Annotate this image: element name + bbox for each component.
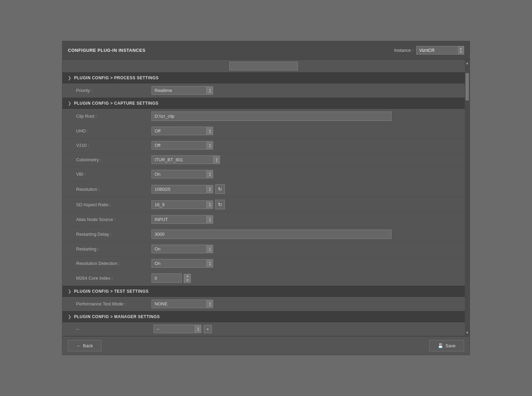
vbi-dropdown-wrapper[interactable]: On ▲ ▼ bbox=[152, 170, 213, 178]
v210-select[interactable]: Off bbox=[152, 141, 213, 150]
field-row-sd-aspect-ratio: SD Aspect Ratio : 16_9 ▲ ▼ ↻ bbox=[62, 197, 465, 212]
field-label-priority: Priority : bbox=[76, 88, 152, 93]
clip-root-input[interactable] bbox=[152, 112, 391, 121]
field-control-uhd: Off ▲ ▼ bbox=[152, 127, 459, 135]
back-button[interactable]: ← Back bbox=[68, 340, 101, 351]
field-label-performance-test-mode: Performance Test Mode : bbox=[76, 301, 152, 306]
field-row-vbi: VBI : On ▲ ▼ bbox=[62, 167, 465, 182]
instance-row: Instance : VizrtCR ▲ ▼ bbox=[394, 46, 464, 55]
scrollbar[interactable]: ▲ ▼ bbox=[465, 60, 470, 336]
field-row-restarting-delay: Restarting Delay : bbox=[62, 227, 465, 242]
instance-select-arrows[interactable]: ▲ ▼ bbox=[458, 46, 464, 55]
field-row-colorimetry: Colorimetry : ITUR_BT_601 ▲ ▼ bbox=[62, 153, 465, 167]
resolution-refresh-button[interactable]: ↻ bbox=[215, 184, 225, 194]
sd-aspect-refresh-button[interactable]: ↻ bbox=[215, 200, 225, 209]
field-control-sd-aspect-ratio: 16_9 ▲ ▼ ↻ bbox=[152, 200, 459, 209]
resolution-detection-dropdown-wrapper[interactable]: On ▲ ▼ bbox=[152, 259, 213, 268]
manager-settings-chevron: ❯ bbox=[68, 314, 71, 319]
field-control-restarting: On ▲ ▼ bbox=[152, 245, 459, 253]
priority-select[interactable]: Realtime bbox=[152, 86, 213, 95]
bottom-stub-row: -- -- ▲ ▼ ▲ bbox=[62, 322, 465, 336]
field-label-clip-root: Clip Root : bbox=[76, 114, 152, 119]
colorimetry-select[interactable]: ITUR_BT_601 bbox=[152, 155, 220, 164]
panel-title: CONFIGURE PLUG-IN INSTANCES bbox=[68, 48, 145, 53]
field-control-m264-core-index: ▲ ▼ bbox=[152, 273, 459, 283]
resolution-dropdown-wrapper[interactable]: 1080i25 ▲ ▼ bbox=[152, 185, 213, 194]
instance-arrow-up: ▲ bbox=[458, 47, 464, 50]
field-label-restarting: Restarting : bbox=[76, 246, 152, 252]
field-control-alias-node-source: INPUT ▲ ▼ bbox=[152, 215, 459, 224]
section-manager-settings[interactable]: ❯ PLUGIN CONFIG > MANAGER SETTINGS bbox=[62, 311, 465, 322]
field-control-vbi: On ▲ ▼ bbox=[152, 170, 459, 178]
performance-test-select[interactable]: NONE bbox=[152, 300, 213, 308]
section-capture-settings[interactable]: ❯ PLUGIN CONFIG > CAPTURE SETTINGS bbox=[62, 98, 465, 109]
content-area: ❯ PLUGIN CONFIG > PROCESS SETTINGS Prior… bbox=[62, 60, 470, 336]
back-icon: ← bbox=[76, 343, 81, 348]
sd-aspect-dropdown-wrapper[interactable]: 16_9 ▲ ▼ bbox=[152, 200, 213, 209]
field-control-clip-root bbox=[152, 112, 459, 121]
bottom-stub-select[interactable]: -- bbox=[154, 325, 202, 333]
manager-settings-title: PLUGIN CONFIG > MANAGER SETTINGS bbox=[74, 314, 160, 319]
scroll-arrow-up[interactable]: ▲ bbox=[464, 60, 470, 66]
panel-header: CONFIGURE PLUG-IN INSTANCES Instance : V… bbox=[62, 41, 470, 60]
priority-dropdown-wrapper[interactable]: Realtime ▲ ▼ bbox=[152, 86, 213, 95]
sd-aspect-select[interactable]: 16_9 bbox=[152, 200, 213, 209]
restarting-select[interactable]: On bbox=[152, 245, 213, 253]
sd-aspect-refresh-icon: ↻ bbox=[218, 202, 222, 207]
field-label-sd-aspect-ratio: SD Aspect Ratio : bbox=[76, 202, 152, 207]
save-label: Save bbox=[445, 343, 456, 348]
instance-select-wrapper[interactable]: VizrtCR ▲ ▼ bbox=[416, 46, 464, 55]
field-label-m264-core-index: M264 Core Index : bbox=[76, 276, 152, 281]
vbi-select[interactable]: On bbox=[152, 170, 213, 178]
alias-node-dropdown-wrapper[interactable]: INPUT ▲ ▼ bbox=[152, 215, 213, 224]
field-row-performance-test-mode: Performance Test Mode : NONE ▲ ▼ bbox=[62, 297, 465, 311]
process-settings-title: PLUGIN CONFIG > PROCESS SETTINGS bbox=[74, 75, 159, 80]
save-button[interactable]: 💾 Save bbox=[429, 340, 464, 351]
field-label-vbi: VBI : bbox=[76, 172, 152, 177]
field-label-uhd: UHD : bbox=[76, 128, 152, 133]
resolution-detection-select[interactable]: On bbox=[152, 259, 213, 268]
capture-settings-chevron: ❯ bbox=[68, 101, 71, 106]
resolution-select[interactable]: 1080i25 bbox=[152, 185, 213, 194]
scrollbar-thumb[interactable] bbox=[466, 73, 469, 101]
m264-spinner-up[interactable]: ▲ bbox=[184, 274, 191, 278]
top-stub-input[interactable] bbox=[229, 62, 298, 70]
instance-select[interactable]: VizrtCR bbox=[416, 46, 464, 55]
alias-node-select[interactable]: INPUT bbox=[152, 215, 213, 224]
field-row-priority: Priority : Realtime ▲ ▼ bbox=[62, 83, 465, 98]
scroll-arrow-down[interactable]: ▼ bbox=[464, 329, 470, 336]
performance-test-dropdown-wrapper[interactable]: NONE ▲ ▼ bbox=[152, 300, 213, 308]
m264-spinner[interactable]: ▲ ▼ bbox=[184, 274, 191, 283]
field-row-resolution: Resolution : 1080i25 ▲ ▼ ↻ bbox=[62, 182, 465, 197]
field-row-alias-node-source: Alias Node Source : INPUT ▲ ▼ bbox=[62, 212, 465, 227]
field-control-v210: Off ▲ ▼ bbox=[152, 141, 459, 150]
field-control-priority: Realtime ▲ ▼ bbox=[152, 86, 459, 95]
bottom-stub-arrow-up[interactable]: ▲ bbox=[204, 325, 212, 333]
m264-core-index-input[interactable] bbox=[152, 273, 182, 283]
uhd-dropdown-wrapper[interactable]: Off ▲ ▼ bbox=[152, 127, 213, 135]
field-control-resolution: 1080i25 ▲ ▼ ↻ bbox=[152, 184, 459, 194]
capture-settings-title: PLUGIN CONFIG > CAPTURE SETTINGS bbox=[74, 101, 158, 106]
field-control-resolution-detection: On ▲ ▼ bbox=[152, 259, 459, 268]
v210-dropdown-wrapper[interactable]: Off ▲ ▼ bbox=[152, 141, 213, 150]
field-label-alias-node-source: Alias Node Source : bbox=[76, 217, 152, 222]
top-input-bar bbox=[62, 60, 465, 72]
colorimetry-dropdown-wrapper[interactable]: ITUR_BT_601 ▲ ▼ bbox=[152, 155, 220, 164]
restarting-delay-input[interactable] bbox=[152, 230, 391, 239]
section-process-settings[interactable]: ❯ PLUGIN CONFIG > PROCESS SETTINGS bbox=[62, 72, 465, 83]
field-control-restarting-delay bbox=[152, 230, 459, 239]
resolution-refresh-icon: ↻ bbox=[218, 186, 222, 192]
bottom-stub-dropdown-wrapper[interactable]: -- ▲ ▼ bbox=[154, 325, 202, 333]
m264-spinner-down[interactable]: ▼ bbox=[184, 278, 191, 282]
bottom-stub-label: -- bbox=[76, 326, 152, 331]
process-settings-chevron: ❯ bbox=[68, 75, 71, 80]
test-settings-title: PLUGIN CONFIG > TEST SETTINGS bbox=[74, 289, 149, 294]
section-test-settings[interactable]: ❯ PLUGIN CONFIG > TEST SETTINGS bbox=[62, 286, 465, 297]
field-label-resolution-detection: Resolution Detection : bbox=[76, 261, 152, 266]
field-row-clip-root: Clip Root : bbox=[62, 109, 465, 124]
instance-label: Instance : bbox=[394, 48, 413, 53]
save-icon: 💾 bbox=[438, 343, 443, 348]
uhd-select[interactable]: Off bbox=[152, 127, 213, 135]
restarting-dropdown-wrapper[interactable]: On ▲ ▼ bbox=[152, 245, 213, 253]
field-control-performance-test-mode: NONE ▲ ▼ bbox=[152, 300, 459, 308]
